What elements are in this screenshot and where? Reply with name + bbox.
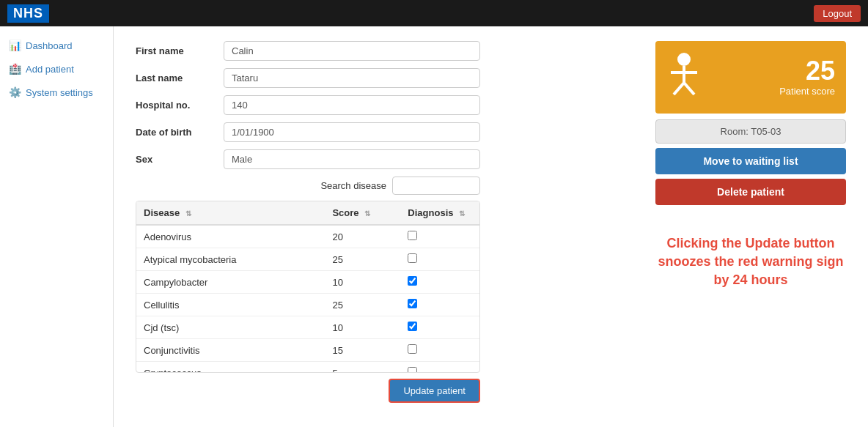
table-row: Conjunctivitis15 [136,339,479,362]
sex-label: Sex [136,154,224,165]
score-cell: 5 [325,362,400,372]
score-cell: 15 [325,339,400,362]
diagnosis-cell[interactable] [400,271,479,294]
disease-cell: Atypical mycobacteria [136,248,325,271]
diagnosis-checkbox[interactable] [408,253,417,263]
sidebar-item-add-patient-label: Add patient [26,64,74,75]
col-header-diagnosis: Diagnosis ⇅ [400,201,479,225]
diagnosis-checkbox[interactable] [408,367,417,372]
dob-group: Date of birth [136,122,633,142]
diagnosis-cell[interactable] [400,226,479,248]
top-nav: NHS Logout [0,0,868,26]
table-row: Cellulitis25 [136,294,479,316]
update-patient-button[interactable]: Update patient [389,379,480,403]
annotation-text: Clicking the Update button snoozes the r… [655,234,846,290]
score-cell: 25 [325,248,400,271]
patient-score-right: 25 Patient score [779,58,835,97]
first-name-group: First name [136,41,633,61]
search-disease-label: Search disease [320,180,386,191]
patient-figure-icon [666,52,702,103]
add-patient-icon: 🏥 [9,63,21,75]
svg-line-4 [684,83,694,94]
sidebar-item-system-settings[interactable]: ⚙️ System settings [0,81,113,104]
col-header-disease: Disease ⇅ [136,201,325,225]
sidebar-item-dashboard-label: Dashboard [26,40,73,51]
diagnosis-checkbox[interactable] [408,344,417,354]
disease-cell: Campylobacter [136,271,325,294]
nhs-logo: NHS [7,4,49,23]
score-sort-icon[interactable]: ⇅ [364,209,370,218]
table-row: Cryptococcus5 [136,362,479,372]
left-section: First name Last name Hospital no. Date o… [136,41,633,403]
diagnosis-checkbox[interactable] [408,231,417,240]
logout-button[interactable]: Logout [814,5,861,22]
sex-input[interactable] [224,149,480,169]
diagnosis-cell[interactable] [400,316,479,339]
last-name-group: Last name [136,68,633,88]
sidebar-item-dashboard[interactable]: 📊 Dashboard [0,34,113,57]
svg-line-3 [674,83,684,94]
svg-point-0 [677,53,691,66]
main-content: First name Last name Hospital no. Date o… [114,26,868,427]
dashboard-icon: 📊 [9,40,21,51]
patient-score-number: 25 [779,58,835,84]
score-cell: 10 [325,316,400,339]
update-patient-row: Update patient [136,379,480,403]
search-disease-input[interactable] [392,177,480,195]
hospital-no-group: Hospital no. [136,95,633,115]
room-info: Room: T05-03 [655,119,846,144]
score-cell: 20 [325,226,400,248]
top-section: First name Last name Hospital no. Date o… [136,41,846,403]
patient-score-card: 25 Patient score [655,41,846,114]
settings-icon: ⚙️ [9,86,21,98]
hospital-no-label: Hospital no. [136,100,224,111]
sidebar-item-settings-label: System settings [26,87,93,98]
move-waiting-list-button[interactable]: Move to waiting list [655,148,846,174]
diagnosis-checkbox[interactable] [408,276,417,286]
col-header-score: Score ⇅ [325,201,400,225]
diagnosis-cell[interactable] [400,362,479,372]
search-disease-row: Search disease [136,177,480,195]
diagnosis-cell[interactable] [400,294,479,316]
score-cell: 25 [325,294,400,316]
app-container: 📊 Dashboard 🏥 Add patient ⚙️ System sett… [0,26,868,427]
diagnosis-checkbox[interactable] [408,322,417,331]
hospital-no-input[interactable] [224,95,480,115]
table-row: Cjd (tsc)10 [136,316,479,339]
disease-cell: Cryptococcus [136,362,325,372]
table-row: Atypical mycobacteria25 [136,248,479,271]
last-name-input[interactable] [224,68,480,88]
sex-group: Sex [136,149,633,169]
last-name-label: Last name [136,73,224,83]
patient-score-label: Patient score [779,86,835,97]
disease-table-body: Adenovirus20Atypical mycobacteria25Campy… [136,226,479,372]
diagnosis-cell[interactable] [400,248,479,271]
disease-table: Disease ⇅ Score ⇅ Diagnosis ⇅ [136,201,479,226]
diagnosis-cell[interactable] [400,339,479,362]
disease-cell: Conjunctivitis [136,339,325,362]
dob-input[interactable] [224,122,480,142]
delete-patient-button[interactable]: Delete patient [655,179,846,205]
right-panel: 25 Patient score Room: T05-03 Move to wa… [655,41,846,290]
first-name-input[interactable] [224,41,480,61]
table-row: Campylobacter10 [136,271,479,294]
dob-label: Date of birth [136,127,224,138]
sidebar-item-add-patient[interactable]: 🏥 Add patient [0,57,113,81]
disease-sort-icon[interactable]: ⇅ [185,209,191,218]
table-row: Adenovirus20 [136,226,479,248]
first-name-label: First name [136,45,224,56]
disease-table-container: Disease ⇅ Score ⇅ Diagnosis ⇅ [136,201,480,373]
diagnosis-sort-icon[interactable]: ⇅ [459,209,465,218]
diagnosis-checkbox[interactable] [408,299,417,308]
score-cell: 10 [325,271,400,294]
table-scroll-wrapper: Adenovirus20Atypical mycobacteria25Campy… [136,226,479,372]
disease-cell: Adenovirus [136,226,325,248]
disease-cell: Cellulitis [136,294,325,316]
disease-cell: Cjd (tsc) [136,316,325,339]
sidebar: 📊 Dashboard 🏥 Add patient ⚙️ System sett… [0,26,114,427]
